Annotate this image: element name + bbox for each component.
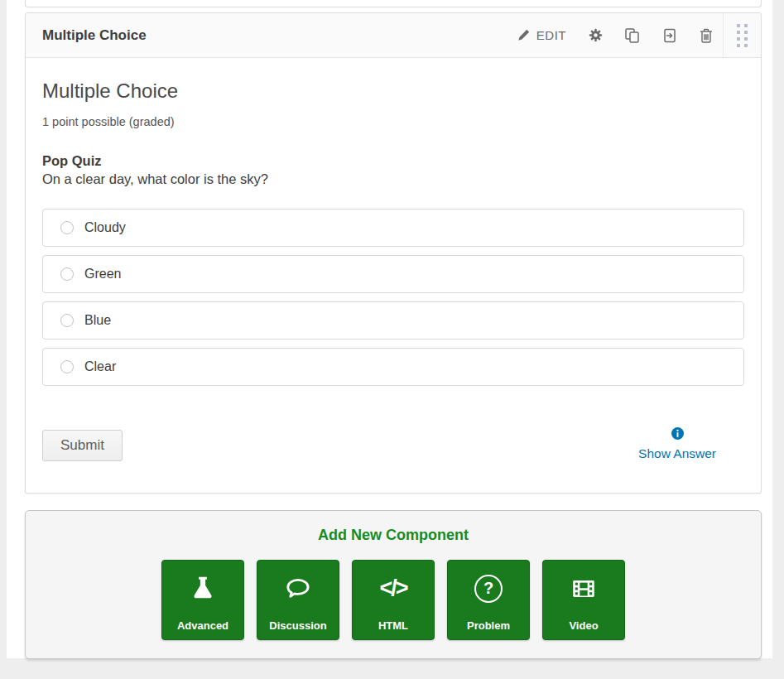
duplicate-button[interactable]: [625, 28, 640, 43]
drag-handle-icon: [737, 24, 748, 47]
drag-handle[interactable]: [723, 13, 761, 57]
code-icon: </>: [353, 561, 434, 616]
add-button-label: HTML: [353, 619, 434, 632]
component-card: Multiple Choice EDIT: [25, 12, 762, 494]
choice-label: Blue: [84, 313, 111, 328]
flask-icon: [162, 561, 243, 616]
choice-group: Cloudy Green Blue Clear: [42, 209, 744, 386]
add-button-label: Discussion: [257, 619, 339, 632]
choice-label: Green: [84, 267, 121, 282]
radio-icon[interactable]: [60, 267, 74, 281]
gear-icon: [589, 28, 603, 42]
move-icon: [662, 28, 677, 43]
show-answer-label: Show Answer: [638, 446, 716, 461]
delete-button[interactable]: [700, 28, 713, 43]
component-header: Multiple Choice EDIT: [26, 13, 761, 58]
add-video-button[interactable]: Video: [542, 560, 625, 640]
points-possible-text: 1 point possible (graded): [42, 115, 744, 128]
settings-button[interactable]: [589, 28, 603, 42]
move-button[interactable]: [662, 28, 677, 43]
choice-option[interactable]: Cloudy: [42, 209, 744, 247]
question-circle-icon: ?: [448, 561, 529, 616]
film-strip-icon: [543, 561, 624, 616]
radio-icon[interactable]: [60, 314, 74, 327]
content-page: Multiple Choice EDIT: [7, 0, 772, 658]
previous-component-card-edge: [25, 0, 762, 7]
info-icon: [671, 428, 684, 442]
add-new-component-panel: Add New Component Advanced Discussion: [25, 510, 762, 659]
trash-icon: [700, 28, 713, 43]
add-component-buttons: Advanced Discussion </> HTML ?: [26, 560, 761, 640]
component-title: Multiple Choice: [42, 27, 147, 44]
speech-bubble-icon: [257, 561, 339, 616]
problem-preview: Multiple Choice 1 point possible (graded…: [26, 58, 761, 493]
add-new-component-title: Add New Component: [26, 527, 761, 544]
add-advanced-button[interactable]: Advanced: [161, 560, 244, 640]
radio-icon[interactable]: [60, 221, 74, 234]
show-answer-link[interactable]: Show Answer: [638, 427, 744, 461]
edit-button[interactable]: EDIT: [517, 28, 566, 42]
question-block: Pop Quiz On a clear day, what color is t…: [42, 153, 744, 187]
edit-button-label: EDIT: [536, 28, 566, 42]
choice-label: Clear: [84, 359, 116, 374]
problem-display-name: Multiple Choice: [42, 79, 744, 103]
add-problem-button[interactable]: ? Problem: [447, 560, 530, 640]
choice-option[interactable]: Clear: [42, 348, 744, 386]
add-html-button[interactable]: </> HTML: [352, 560, 435, 640]
add-button-label: Problem: [448, 619, 529, 632]
choice-label: Cloudy: [84, 220, 126, 235]
add-discussion-button[interactable]: Discussion: [257, 560, 339, 640]
problem-actions-row: Submit Show Answer: [42, 427, 744, 461]
pencil-icon: [517, 29, 530, 41]
submit-button[interactable]: Submit: [42, 430, 123, 461]
choice-option[interactable]: Green: [42, 255, 744, 293]
add-button-label: Video: [543, 619, 624, 632]
radio-icon[interactable]: [60, 360, 74, 373]
add-button-label: Advanced: [162, 619, 243, 632]
question-title: Pop Quiz: [42, 153, 744, 169]
component-actions: EDIT: [517, 13, 761, 57]
choice-option[interactable]: Blue: [42, 301, 744, 340]
question-text: On a clear day, what color is the sky?: [42, 171, 744, 187]
duplicate-icon: [625, 28, 640, 43]
